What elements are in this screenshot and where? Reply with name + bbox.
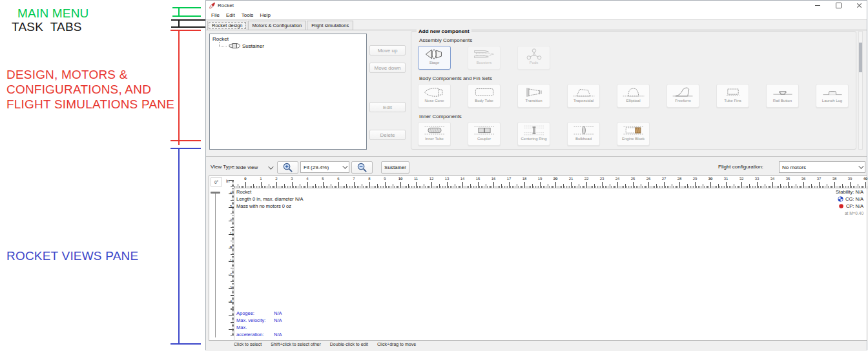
component-label: Tube Fins bbox=[718, 99, 749, 103]
nose-cone-icon bbox=[422, 86, 448, 99]
component-rail-button-button[interactable]: Rail Button bbox=[766, 84, 799, 108]
sustainer-rocket-icon bbox=[228, 42, 241, 50]
add-component-groupbox: Add new component Assembly ComponentsSta… bbox=[411, 31, 856, 150]
component-tree-panel[interactable]: Rocket Sustainer bbox=[209, 34, 367, 150]
stability-value: Stability: N/A bbox=[836, 188, 863, 196]
menu-item-file[interactable]: File bbox=[208, 12, 223, 18]
component-panel-scrollbar[interactable] bbox=[858, 31, 863, 150]
flight-config-value: No motors bbox=[782, 165, 806, 170]
component-centering-ring-button[interactable]: Centering Ring bbox=[517, 122, 550, 146]
component-label: Transition bbox=[519, 99, 550, 103]
menu-item-edit[interactable]: Edit bbox=[223, 12, 238, 18]
rotation-angle-indicator: 0° bbox=[211, 177, 222, 186]
zoom-level-dropdown[interactable]: Fit (29.4%) bbox=[300, 161, 349, 173]
task-tab-strip: Rocket designMotors & ConfigurationFligh… bbox=[206, 21, 867, 30]
scrollbar-thumb[interactable] bbox=[859, 43, 862, 72]
h-ruler-number: 30 bbox=[708, 177, 713, 181]
rotation-slider-thumb[interactable] bbox=[211, 192, 220, 194]
move-down-button[interactable]: Move down bbox=[369, 63, 406, 73]
component-boosters-button[interactable]: Boosters bbox=[468, 46, 501, 70]
h-ruler-number: 7 bbox=[353, 177, 355, 181]
close-button[interactable] bbox=[854, 1, 863, 10]
maximize-button[interactable] bbox=[834, 1, 843, 10]
menu-item-help[interactable]: Help bbox=[256, 12, 273, 18]
bulkhead-icon bbox=[571, 124, 597, 137]
component-trapezoidal-button[interactable]: Trapezoidal bbox=[567, 84, 600, 108]
chevron-down-icon bbox=[342, 163, 347, 168]
cg-icon bbox=[838, 196, 843, 202]
flight-data-value: N/A bbox=[274, 317, 282, 323]
tab-motors-configuration[interactable]: Motors & Configuration bbox=[248, 21, 307, 30]
flight-config-dropdown[interactable]: No motors bbox=[779, 161, 865, 173]
task-tabs-bracket-top bbox=[171, 19, 207, 21]
component-nose-cone-button[interactable]: Nose Cone bbox=[418, 84, 451, 108]
h-ruler-number: 36 bbox=[801, 177, 806, 181]
annotation-main-menu: MAIN MENU bbox=[17, 6, 89, 21]
minimize-button[interactable] bbox=[813, 1, 822, 10]
zoom-in-button[interactable] bbox=[277, 161, 298, 174]
component-inner-tube-button[interactable]: Inner Tube bbox=[418, 122, 451, 146]
zoom-out-button[interactable] bbox=[351, 161, 373, 174]
rotation-slider-track[interactable] bbox=[215, 194, 216, 337]
h-ruler-number: 37 bbox=[817, 177, 822, 181]
h-ruler-number: 5 bbox=[322, 177, 324, 181]
h-ruler-number: 38 bbox=[832, 177, 837, 181]
delete-button[interactable]: Delete bbox=[369, 130, 406, 140]
component-transition-button[interactable]: Transition bbox=[517, 84, 550, 108]
design-pane-bracket-line bbox=[178, 30, 180, 145]
component-bulkhead-button[interactable]: Bulkhead bbox=[567, 122, 600, 146]
component-elliptical-button[interactable]: Elliptical bbox=[617, 84, 650, 108]
window-title: Rocket bbox=[218, 3, 234, 8]
component-stage-button[interactable]: Stage bbox=[418, 46, 451, 70]
status-hint: Click+drag to move bbox=[377, 342, 416, 346]
move-up-button[interactable]: Move up bbox=[369, 45, 406, 55]
component-launch-lug-button[interactable]: Launch Lug bbox=[816, 84, 849, 108]
annotation-design-pane: DESIGN, MOTORS &CONFIGURATIONS, ANDFLIGH… bbox=[6, 67, 174, 112]
coupler-icon bbox=[471, 124, 497, 137]
view-type-dropdown[interactable]: Side view bbox=[234, 162, 274, 173]
maximize-icon bbox=[836, 3, 842, 8]
component-coupler-button[interactable]: Coupler bbox=[468, 122, 501, 146]
component-label: Coupler bbox=[469, 137, 500, 141]
flight-data-row: Max. velocity:N/A bbox=[236, 317, 282, 324]
rocket-view-canvas[interactable]: 0° in 43210-1-2-3-4 01234567891011121314… bbox=[209, 176, 867, 341]
cg-value: CG: N/A bbox=[845, 196, 863, 203]
flight-config-label: Flight configuration: bbox=[718, 164, 763, 170]
horizontal-ruler-border bbox=[234, 188, 868, 188]
component-row: Nose ConeBody TubeTransitionTrapezoidalE… bbox=[418, 84, 856, 108]
minimize-icon bbox=[815, 5, 820, 6]
main-menu-bracket-top bbox=[172, 7, 201, 8]
transition-icon bbox=[521, 86, 547, 99]
status-bar: Click to selectShift+click to select oth… bbox=[234, 342, 425, 346]
h-ruler-number: 29 bbox=[693, 177, 698, 181]
cp-icon bbox=[838, 203, 844, 209]
task-tabs-bracket-bottom bbox=[171, 26, 207, 28]
stage-toggle-sustainer[interactable]: Sustainer bbox=[381, 161, 409, 174]
tree-root-rocket[interactable]: Rocket bbox=[212, 36, 229, 42]
flight-data-row: Max. acceleration:N/A bbox=[236, 324, 282, 338]
component-freeform-button[interactable]: Freeform bbox=[666, 84, 699, 108]
zoom-in-icon bbox=[282, 162, 293, 173]
tree-item-sustainer[interactable]: Sustainer bbox=[242, 43, 264, 49]
tab-flight-simulations[interactable]: Flight simulations bbox=[307, 21, 353, 30]
component-body-tube-button[interactable]: Body Tube bbox=[468, 84, 501, 108]
tab-rocket-design[interactable]: Rocket design bbox=[207, 21, 247, 30]
status-hint: Shift+click to select other bbox=[271, 342, 321, 346]
h-ruler-number: 3 bbox=[291, 177, 293, 181]
menu-item-tools[interactable]: Tools bbox=[238, 12, 257, 18]
flight-data-value: N/A bbox=[274, 310, 282, 316]
component-label: Freeform bbox=[668, 99, 699, 103]
component-tube-fins-button[interactable]: Tube Fins bbox=[716, 84, 749, 108]
h-ruler-number: 28 bbox=[677, 177, 682, 181]
component-engine-block-button[interactable]: Engine Block bbox=[617, 122, 650, 146]
h-ruler-number: 18 bbox=[522, 177, 527, 181]
rocket-views-pane: View Type: Side view Fit (29.4%) Sustain… bbox=[206, 156, 867, 351]
h-ruler-number: 19 bbox=[538, 177, 542, 181]
edit-button[interactable]: Edit bbox=[369, 102, 406, 112]
chevron-down-icon bbox=[268, 164, 273, 169]
component-pods-button[interactable]: Pods bbox=[517, 46, 550, 70]
zoom-level-value: Fit (29.4%) bbox=[304, 165, 329, 170]
status-hint: Click to select bbox=[234, 342, 262, 346]
tree-branch-line bbox=[219, 46, 227, 47]
h-ruler-number: 10 bbox=[398, 177, 403, 181]
